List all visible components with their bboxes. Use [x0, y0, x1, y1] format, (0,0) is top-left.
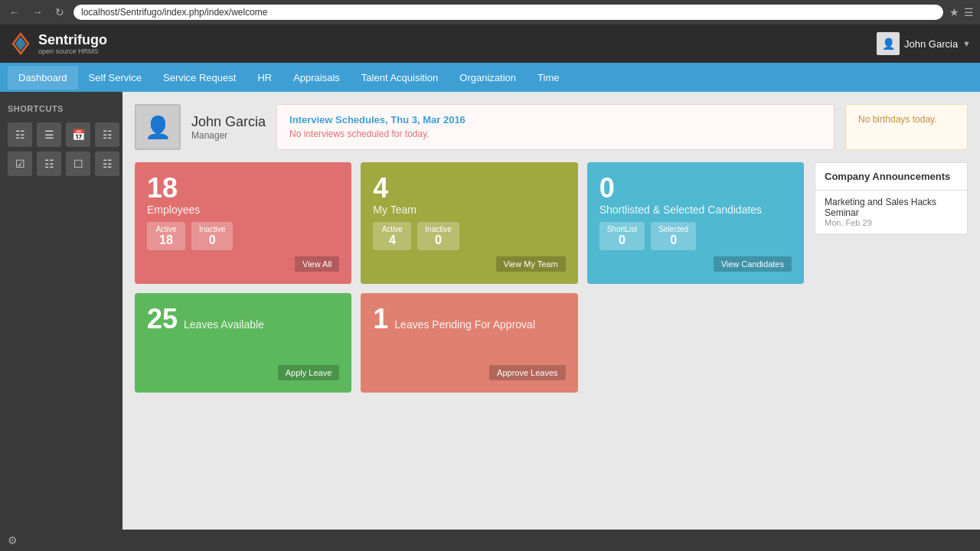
view-candidates-button[interactable]: View Candidates [714, 256, 792, 272]
browser-chrome: ← → ↻ localhost/Sentrifugo/index.php/ind… [0, 0, 980, 24]
leaves-card: 25 Leaves Available Apply Leave [135, 293, 351, 393]
employees-inactive-value: 0 [199, 233, 225, 247]
shortcut-btn-2[interactable]: ☰ [37, 122, 61, 147]
interview-label: Interview Schedules, Thu 3, Mar 2016 [289, 114, 822, 126]
pending-leaves-number: 1 [373, 305, 388, 333]
pending-leaves-card: 1 Leaves Pending For Approval Approve Le… [361, 293, 577, 393]
my-team-number: 4 [373, 174, 565, 202]
profile-header: 👤 John Garcia Manager [135, 104, 266, 150]
shortcut-btn-1[interactable]: ☷ [8, 122, 32, 147]
approve-leaves-button[interactable]: Approve Leaves [489, 365, 566, 380]
announcement-item-1: Marketing and Sales Hacks Seminar Mon, F… [815, 191, 967, 234]
profile-name: John Garcia [191, 114, 266, 130]
user-name: John Garcia [904, 38, 958, 50]
employees-active-box: Active 18 [147, 222, 185, 250]
logo: Sentrifugo open source HRMS [9, 32, 107, 55]
candidates-number: 0 [599, 174, 792, 202]
star-icon[interactable]: ★ [949, 6, 959, 18]
employees-footer: View All [147, 256, 339, 272]
leaves-number: 25 [147, 305, 178, 333]
employees-number: 18 [147, 174, 339, 202]
candidates-footer: View Candidates [599, 256, 792, 272]
my-team-inactive-value: 0 [425, 233, 451, 247]
no-interviews-text: No interviews scheduled for today. [289, 129, 822, 139]
cards-row-1: 18 Employees Active 18 Inactive 0 [135, 162, 804, 284]
shortcut-btn-3[interactable]: 📅 [66, 122, 90, 147]
announcements-panel: Company Announcements Marketing and Sale… [815, 162, 968, 235]
interview-date: Thu 3, Mar 2016 [390, 114, 466, 126]
my-team-label: My Team [373, 204, 565, 216]
main-layout: SHORTCUTS ☷ ☰ 📅 ☷ ☑ ☷ ☐ ☷ 👤 John Garcia … [0, 92, 980, 530]
my-team-inactive-box: Inactive 0 [417, 222, 459, 250]
my-team-active-box: Active 4 [373, 222, 411, 250]
profile-info: John Garcia Manager [191, 114, 266, 141]
profile-role: Manager [191, 130, 266, 141]
pending-leaves-label: Leaves Pending For Approval [394, 318, 535, 331]
settings-icon[interactable]: ⚙ [8, 534, 18, 546]
cards-row-2: 25 Leaves Available Apply Leave 1 [135, 293, 804, 393]
view-all-button[interactable]: View All [295, 256, 339, 272]
address-bar[interactable]: localhost/Sentrifugo/index.php/index/wel… [74, 5, 943, 20]
my-team-card: 4 My Team Active 4 Inactive 0 [361, 162, 577, 284]
candidates-shortlist-value: 0 [607, 233, 637, 247]
logo-icon [9, 32, 32, 55]
candidates-selected-label: Selected [658, 225, 688, 233]
sidebar: SHORTCUTS ☷ ☰ 📅 ☷ ☑ ☷ ☐ ☷ [0, 92, 122, 530]
pending-leaves-footer: Approve Leaves [373, 365, 565, 380]
birthday-text: No birthdays today. [858, 114, 955, 125]
profile-avatar: 👤 [135, 104, 181, 150]
birthday-card: No birthdays today. [845, 104, 968, 150]
user-section: 👤 John Garcia ▼ [877, 32, 971, 55]
announcement-title-1: Marketing and Sales Hacks Seminar [825, 197, 958, 218]
right-panel: Company Announcements Marketing and Sale… [815, 162, 968, 402]
candidates-shortlist-box: ShortList 0 [599, 222, 645, 250]
top-section: 👤 John Garcia Manager Interview Schedule… [135, 104, 968, 150]
announcements-header: Company Announcements [815, 163, 967, 191]
shortcuts-title: SHORTCUTS [8, 104, 115, 113]
my-team-stats: Active 4 Inactive 0 [373, 222, 565, 250]
candidates-selected-box: Selected 0 [651, 222, 696, 250]
candidates-card: 0 Shortlisted & Selected Candidates Shor… [587, 162, 804, 284]
main-cards: 18 Employees Active 18 Inactive 0 [135, 162, 804, 402]
nav-talent-acquisition[interactable]: Talent Acquisition [351, 66, 449, 90]
user-dropdown-arrow[interactable]: ▼ [962, 39, 971, 48]
shortcut-btn-6[interactable]: ☷ [37, 152, 61, 176]
shortcut-btn-4[interactable]: ☷ [95, 122, 119, 147]
back-button[interactable]: ← [6, 5, 23, 20]
shortcut-btn-8[interactable]: ☷ [95, 152, 119, 176]
refresh-button[interactable]: ↻ [52, 5, 67, 20]
view-my-team-button[interactable]: View My Team [496, 256, 566, 272]
nav-appraisals[interactable]: Appraisals [283, 66, 351, 90]
leaves-footer: Apply Leave [147, 365, 339, 380]
forward-button[interactable]: → [29, 5, 46, 20]
shortcut-grid-row2: ☑ ☷ ☐ ☷ [8, 152, 115, 176]
employees-inactive-box: Inactive 0 [191, 222, 233, 250]
app-name: Sentrifugo [38, 32, 107, 48]
candidates-shortlist-label: ShortList [607, 225, 637, 233]
nav-time[interactable]: Time [527, 66, 570, 90]
empty-card-slot [587, 293, 804, 393]
content-area: 👤 John Garcia Manager Interview Schedule… [122, 92, 980, 530]
nav-hr[interactable]: HR [247, 66, 283, 90]
menu-icon[interactable]: ☰ [964, 6, 974, 18]
user-avatar: 👤 [877, 32, 900, 55]
top-bar: Sentrifugo open source HRMS 👤 John Garci… [0, 24, 980, 63]
main-content-grid: 18 Employees Active 18 Inactive 0 [135, 162, 968, 402]
nav-dashboard[interactable]: Dashboard [8, 66, 78, 90]
employees-label: Employees [147, 204, 339, 216]
candidates-stats: ShortList 0 Selected 0 [599, 222, 792, 250]
employees-card: 18 Employees Active 18 Inactive 0 [135, 162, 351, 284]
shortcut-btn-5[interactable]: ☑ [8, 152, 32, 176]
shortcut-grid-row1: ☷ ☰ 📅 ☷ [8, 122, 115, 147]
my-team-inactive-label: Inactive [425, 225, 451, 233]
apply-leave-button[interactable]: Apply Leave [278, 365, 340, 380]
announcement-date-1: Mon, Feb 29 [825, 218, 958, 227]
browser-icons: ★ ☰ [949, 6, 974, 18]
nav-organization[interactable]: Organization [449, 66, 527, 90]
nav-self-service[interactable]: Self Service [78, 66, 152, 90]
nav-service-request[interactable]: Service Request [152, 66, 247, 90]
employees-active-label: Active [155, 225, 178, 233]
employees-stats: Active 18 Inactive 0 [147, 222, 339, 250]
shortcut-btn-7[interactable]: ☐ [66, 152, 90, 176]
employees-active-value: 18 [155, 233, 178, 247]
